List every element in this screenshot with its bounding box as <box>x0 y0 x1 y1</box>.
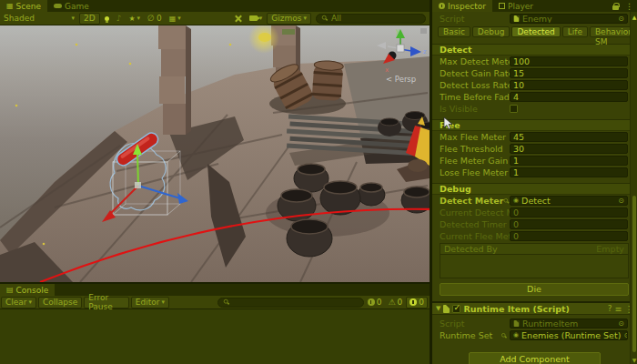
property-row: Current Detect Meter 0 <box>432 207 637 218</box>
script-label: Script <box>440 14 510 24</box>
flee-threshold-input[interactable]: 30 <box>510 144 628 154</box>
add-component-button[interactable]: Add Component <box>469 352 601 364</box>
scroll-up-icon[interactable]: ▲ <box>631 14 637 20</box>
tab-basic[interactable]: Basic <box>438 26 470 37</box>
runtimeitem-script-field[interactable]: RuntimeItem ⊙ <box>510 318 628 329</box>
persp-label[interactable]: < Persp <box>386 75 416 84</box>
tab-player[interactable]: Player <box>492 0 540 12</box>
tab-detected[interactable]: Detected <box>511 26 560 37</box>
hidden-count: 0 <box>157 14 162 23</box>
foldout-icon[interactable]: ▼ <box>436 306 440 312</box>
console-toolbar: Clear ▾ Collapse Error Pause Editor ▾ 0 … <box>0 296 430 309</box>
is-visible-checkbox[interactable] <box>510 105 518 113</box>
eye-off-icon: ∅ <box>147 14 155 23</box>
grid-dropdown[interactable]: ▦ ▾ <box>166 13 185 25</box>
editor-label: Editor <box>136 298 160 307</box>
lock-icon <box>612 3 619 10</box>
max-flee-meter-input[interactable]: 45 <box>510 132 628 142</box>
lantern <box>258 33 271 42</box>
chevron-down-icon: ▾ <box>29 299 33 306</box>
scrollbar-thumb[interactable] <box>632 196 636 352</box>
detected-by-list-body <box>440 255 629 278</box>
inspector-panel: Inspector Player ⋮ Script Enemy ⊙ Basic … <box>430 0 637 364</box>
inspector-menu-button[interactable]: ⋮ <box>622 0 637 12</box>
console-search-input[interactable] <box>217 298 364 308</box>
tab-inspector[interactable]: Inspector <box>432 0 492 12</box>
script-file-icon <box>514 15 520 22</box>
tab-debug[interactable]: Debug <box>472 26 511 37</box>
picker-search-icon[interactable] <box>501 333 507 339</box>
runtime-set-label: Runtime Set <box>440 330 492 340</box>
detect-gain-rate-input[interactable]: 15 <box>510 68 628 78</box>
lose-flee-rate-input[interactable]: 1 <box>510 167 628 177</box>
property-row: Flee Threshold 30 <box>432 143 637 155</box>
tab-console[interactable]: ▤ Console <box>0 284 55 296</box>
property-row: Time Before Fade Ag 4 <box>432 91 637 103</box>
script-object-field[interactable]: Enemy ⊙ <box>510 14 628 24</box>
component-enabled-checkbox[interactable]: ✓ <box>452 305 460 313</box>
tab-scene-label: Scene <box>16 2 41 11</box>
scene-viewport[interactable]: y z x < Persp <box>0 25 430 282</box>
flee-gain-rate-input[interactable]: 1 <box>510 156 628 166</box>
lock-button[interactable] <box>610 0 622 12</box>
die-button[interactable]: Die <box>440 283 629 296</box>
cube-icon <box>499 3 505 9</box>
gizmos-dropdown[interactable]: Gizmos ▾ <box>267 13 311 25</box>
grid-icon: ▦ <box>6 2 14 10</box>
object-picker-icon[interactable]: ⊙ <box>623 332 628 339</box>
component-tools-button[interactable] <box>230 13 246 25</box>
runtime-item-component-header[interactable]: ▼ ✓ Runtime Item (Script) ? ≡ ⋮ <box>432 301 637 315</box>
stone-pillar-left <box>158 25 191 135</box>
gizmos-label: Gizmos <box>271 14 301 23</box>
property-label: Current Flee Meter <box>440 231 510 241</box>
collapse-button[interactable]: Collapse <box>38 297 82 308</box>
tab-game[interactable]: Game <box>47 0 96 12</box>
tab-life[interactable]: Life <box>562 26 588 37</box>
tools-icon <box>234 15 242 23</box>
error-pause-button[interactable]: Error Pause <box>84 297 129 308</box>
picker-search-icon[interactable] <box>504 198 507 204</box>
script-label: Script <box>440 318 510 329</box>
current-detect-meter-field: 0 <box>510 207 628 217</box>
detected-timer-field: 0 <box>510 219 628 229</box>
2d-toggle[interactable]: 2D <box>79 13 100 25</box>
scene-search-input[interactable]: All <box>316 14 426 24</box>
clear-button[interactable]: Clear ▾ <box>1 297 36 308</box>
collapse-label: Collapse <box>43 298 77 307</box>
preset-icon[interactable]: ≡ <box>615 304 622 314</box>
script-value: Enemy <box>522 15 552 23</box>
object-picker-icon[interactable]: ⊙ <box>618 197 624 205</box>
detect-loss-rate-input[interactable]: 10 <box>510 80 628 90</box>
info-counter-toggle[interactable]: 0 <box>365 297 385 308</box>
chevron-down-icon: ▾ <box>71 15 75 22</box>
detect-meter-object-field[interactable]: ◉ Detect ⊙ <box>510 196 628 206</box>
shading-dropdown[interactable]: Shaded ▾ <box>0 13 78 25</box>
tab-console-label: Console <box>16 286 49 295</box>
check-icon: ✓ <box>453 303 460 312</box>
warning-counter-toggle[interactable]: ⚠ 0 <box>385 297 405 308</box>
camera-icon <box>249 15 258 21</box>
error-icon <box>410 298 417 306</box>
lighting-toggle[interactable] <box>101 13 113 25</box>
max-detect-meter-input[interactable]: 100 <box>510 56 628 66</box>
detected-by-list-header[interactable]: Detected By Empty <box>440 243 629 255</box>
object-picker-icon[interactable]: ⊙ <box>618 15 624 23</box>
console-panel: ▤ Console Clear ▾ Collapse Error Pause E… <box>0 282 430 364</box>
console-icon: ▤ <box>6 286 14 294</box>
scroll-down-icon[interactable]: ▼ <box>631 357 637 363</box>
console-log-area[interactable] <box>0 309 430 364</box>
hidden-objects-toggle[interactable]: ∅ 0 <box>144 13 166 25</box>
audio-toggle[interactable]: ♪ <box>113 13 126 25</box>
runtime-set-object-field[interactable]: ◉ Enemies (Runtime Set) ⊙ <box>510 330 628 340</box>
camera-dropdown[interactable]: ▾ <box>246 13 267 25</box>
info-count: 0 <box>377 298 382 307</box>
warning-icon: ⚠ <box>388 298 395 307</box>
error-counter-toggle[interactable]: 0 <box>406 297 428 308</box>
editor-dropdown[interactable]: Editor ▾ <box>131 297 169 308</box>
object-picker-icon[interactable]: ⊙ <box>618 320 624 328</box>
inspector-scrollbar[interactable]: ▲ ▼ <box>630 12 637 364</box>
help-icon[interactable]: ? <box>608 304 612 313</box>
tab-scene[interactable]: ▦ Scene <box>0 0 47 12</box>
time-before-fade-input[interactable]: 4 <box>510 92 628 102</box>
effects-dropdown[interactable]: ★ ▾ <box>125 13 144 25</box>
